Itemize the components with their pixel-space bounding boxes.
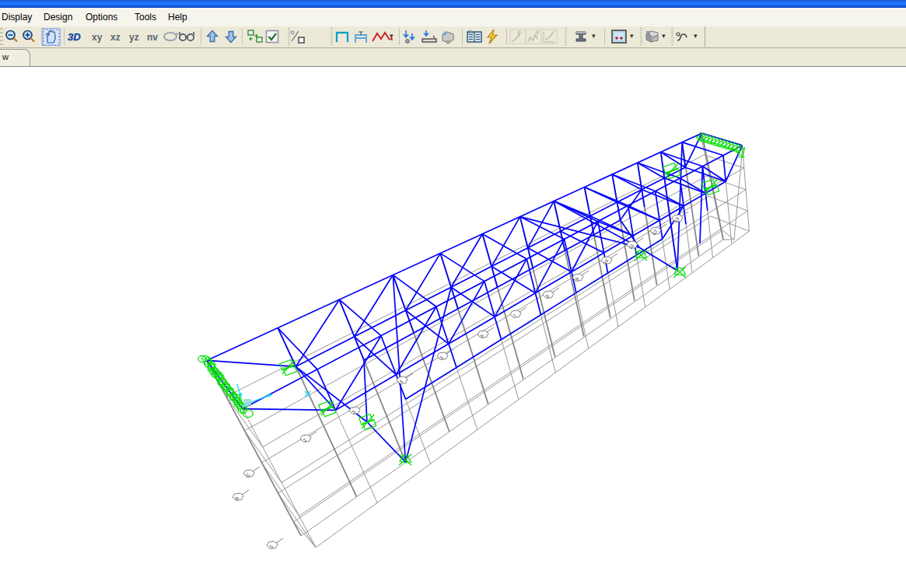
svg-text:yz: yz <box>129 32 139 43</box>
svg-text:3D: 3D <box>68 31 81 43</box>
svg-text:xz: xz <box>110 32 121 43</box>
svg-text:xy: xy <box>92 32 103 43</box>
svg-text:nv: nv <box>147 32 158 43</box>
